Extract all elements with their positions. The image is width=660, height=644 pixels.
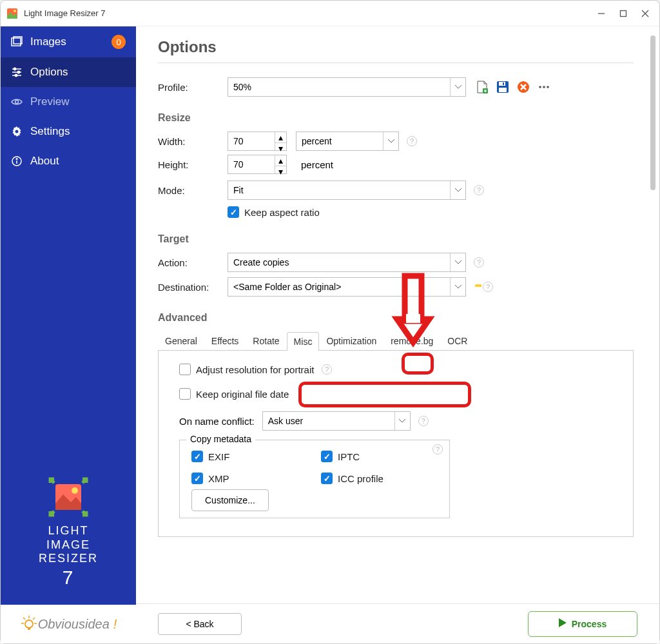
keep-aspect-checkbox[interactable]: Keep aspect ratio <box>228 206 320 218</box>
profile-more-button[interactable] <box>537 80 551 94</box>
tab-rotate[interactable]: Rotate <box>246 331 286 350</box>
images-icon <box>11 36 23 48</box>
back-button[interactable]: < Back <box>158 613 242 635</box>
svg-point-14 <box>15 101 19 104</box>
process-button[interactable]: Process <box>528 611 637 637</box>
sidebar-item-about[interactable]: About <box>1 146 136 176</box>
action-select[interactable]: Create copies <box>228 253 466 272</box>
advanced-section-title: Advanced <box>158 312 634 324</box>
brand-logo-icon <box>48 476 89 518</box>
gear-icon <box>11 126 23 137</box>
xmp-checkbox[interactable]: XMP <box>191 473 308 484</box>
svg-point-11 <box>14 68 15 70</box>
width-label: Width: <box>158 136 228 147</box>
tab-ocr[interactable]: OCR <box>440 331 474 350</box>
svg-rect-31 <box>499 88 507 92</box>
app-icon <box>6 7 19 20</box>
chevron-down-icon <box>450 253 465 271</box>
svg-line-22 <box>23 618 25 620</box>
tab-optimization[interactable]: Optimization <box>319 331 383 350</box>
action-label: Action: <box>158 257 228 268</box>
sidebar-item-preview[interactable]: Preview <box>1 87 136 117</box>
sliders-icon <box>11 66 23 78</box>
scrollbar[interactable] <box>650 35 655 190</box>
width-input[interactable]: 70 ▴▾ <box>228 132 287 151</box>
icc-checkbox[interactable]: ICC profile <box>321 473 438 484</box>
help-icon[interactable]: ? <box>322 364 332 375</box>
profile-select[interactable]: 50% <box>228 77 466 97</box>
svg-rect-6 <box>12 38 21 46</box>
footer-branding[interactable]: Obviousidea! <box>1 605 136 643</box>
svg-rect-27 <box>28 628 30 630</box>
tab-effects[interactable]: Effects <box>204 331 246 350</box>
tab-general[interactable]: General <box>158 331 204 350</box>
images-count-badge: 0 <box>112 35 126 49</box>
iptc-checkbox[interactable]: IPTC <box>321 451 438 462</box>
svg-point-20 <box>72 487 78 494</box>
svg-point-35 <box>543 86 545 88</box>
svg-point-13 <box>15 74 17 76</box>
metadata-legend: Copy metadata <box>186 434 255 444</box>
exif-checkbox[interactable]: EXIF <box>191 451 308 462</box>
svg-point-36 <box>547 86 549 88</box>
svg-rect-30 <box>499 82 505 86</box>
svg-point-15 <box>15 130 19 133</box>
checkbox-icon <box>179 388 191 400</box>
sidebar-item-label: About <box>30 155 59 168</box>
maximize-button[interactable] <box>619 10 627 17</box>
help-icon[interactable]: ? <box>432 444 443 454</box>
spin-down-icon[interactable]: ▾ <box>275 143 286 153</box>
spin-up-icon[interactable]: ▴ <box>275 155 286 166</box>
footer-bar: < Back Process <box>136 603 659 643</box>
footer-brand-text: Obviousidea! <box>38 617 117 632</box>
chevron-down-icon <box>450 278 465 296</box>
height-label: Height: <box>158 159 228 170</box>
sidebar-item-images[interactable]: Images 0 <box>1 26 136 57</box>
brand-block: LIGHT IMAGE RESIZER 7 <box>1 466 136 605</box>
sidebar-item-label: Settings <box>30 125 70 138</box>
title-bar: Light Image Resizer 7 <box>1 1 659 26</box>
svg-point-12 <box>17 71 19 73</box>
close-button[interactable] <box>641 10 649 17</box>
sidebar: Images 0 Options Preview Settings <box>1 26 136 605</box>
help-icon[interactable]: ? <box>474 257 484 268</box>
sidebar-item-label: Options <box>30 66 68 79</box>
target-section-title: Target <box>158 233 634 245</box>
tab-removebg[interactable]: remove.bg <box>383 331 440 350</box>
profile-save-button[interactable] <box>496 80 510 94</box>
profile-new-button[interactable] <box>475 80 489 94</box>
destination-select[interactable]: <Same Folder as Original> <box>228 277 466 297</box>
sidebar-item-label: Images <box>30 35 66 48</box>
sidebar-item-options[interactable]: Options <box>1 57 136 87</box>
checkbox-icon <box>321 451 333 462</box>
tab-misc[interactable]: Misc <box>287 332 320 351</box>
app-window: Light Image Resizer 7 Images 0 Options <box>0 0 660 644</box>
customize-button[interactable]: Customize... <box>191 489 269 511</box>
tab-misc-content: Adjust resolution for portrait ? Keep or… <box>158 351 634 537</box>
adjust-portrait-checkbox[interactable]: Adjust resolution for portrait ? <box>179 364 619 375</box>
chevron-down-icon <box>450 78 465 96</box>
svg-point-26 <box>25 620 33 628</box>
advanced-tabs: General Effects Rotate Misc Optimization… <box>158 331 634 351</box>
play-icon <box>559 618 567 629</box>
spin-up-icon[interactable]: ▴ <box>275 132 286 143</box>
svg-point-18 <box>16 159 17 160</box>
sidebar-item-settings[interactable]: Settings <box>1 117 136 146</box>
keep-date-checkbox[interactable]: Keep original file date <box>179 388 619 400</box>
minimize-button[interactable] <box>597 10 605 17</box>
metadata-fieldset: Copy metadata ? EXIF IPTC XMP ICC profil… <box>179 440 450 518</box>
brand-version: 7 <box>1 566 136 589</box>
page-title: Options <box>158 38 634 63</box>
help-icon[interactable]: ? <box>418 416 429 426</box>
help-icon[interactable]: ? <box>483 282 493 292</box>
profile-delete-button[interactable] <box>516 80 530 94</box>
spin-down-icon[interactable]: ▾ <box>275 166 286 177</box>
conflict-select[interactable]: Ask user <box>262 411 411 431</box>
width-unit-select[interactable]: percent <box>296 132 399 151</box>
chevron-down-icon <box>394 412 410 430</box>
height-input[interactable]: 70 ▴▾ <box>228 155 287 174</box>
help-icon[interactable]: ? <box>474 185 484 195</box>
help-icon[interactable]: ? <box>407 136 417 146</box>
profile-label: Profile: <box>158 82 228 93</box>
mode-select[interactable]: Fit <box>228 181 466 200</box>
